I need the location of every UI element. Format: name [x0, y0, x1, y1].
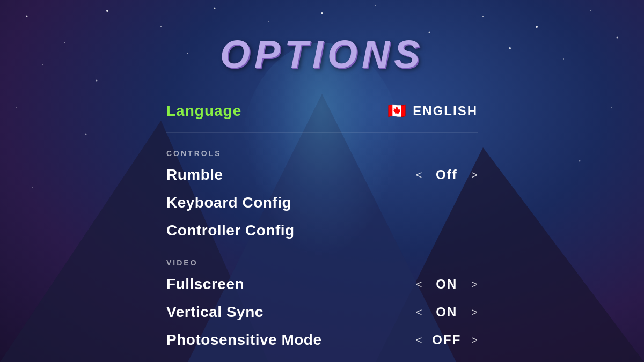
fullscreen-row[interactable]: Fullscreen < ON >	[166, 270, 478, 298]
keyboard-config-label: Keyboard Config	[166, 194, 291, 211]
rumble-right-arrow[interactable]: >	[471, 169, 478, 181]
language-row[interactable]: Language 🇨🇦 ENGLISH	[166, 98, 478, 133]
language-value[interactable]: 🇨🇦 ENGLISH	[387, 102, 478, 120]
rumble-row[interactable]: Rumble < Off >	[166, 161, 478, 189]
screen-shake-row[interactable]: Screen Shake Effects < ON >	[166, 354, 478, 362]
fullscreen-right-arrow[interactable]: >	[471, 278, 478, 291]
rumble-label: Rumble	[166, 166, 223, 183]
video-section: VIDEO Fullscreen < ON > Vertical Sync < …	[166, 253, 478, 362]
controller-config-row[interactable]: Controller Config	[166, 217, 478, 245]
rumble-value: Off	[430, 167, 463, 182]
photosensitive-control[interactable]: < OFF >	[416, 333, 478, 348]
rumble-control[interactable]: < Off >	[416, 167, 478, 182]
controls-section: CONTROLS Rumble < Off > Keyboard Config …	[166, 144, 478, 245]
vertical-sync-row[interactable]: Vertical Sync < ON >	[166, 298, 478, 326]
language-flag: 🇨🇦	[387, 102, 407, 120]
photosensitive-row[interactable]: Photosensitive Mode < OFF >	[166, 326, 478, 354]
rumble-left-arrow[interactable]: <	[416, 169, 422, 181]
vertical-sync-control[interactable]: < ON >	[416, 305, 478, 320]
fullscreen-control[interactable]: < ON >	[416, 277, 478, 292]
fullscreen-left-arrow[interactable]: <	[416, 278, 422, 291]
options-content: OPTIONS Language 🇨🇦 ENGLISH CONTROLS Rum…	[0, 0, 644, 362]
vsync-right-arrow[interactable]: >	[471, 306, 478, 319]
controls-section-header: CONTROLS	[166, 149, 478, 158]
vertical-sync-label: Vertical Sync	[166, 304, 264, 321]
photosensitive-value: OFF	[430, 333, 463, 348]
language-label: Language	[166, 102, 241, 120]
fullscreen-label: Fullscreen	[166, 276, 244, 293]
language-text: ENGLISH	[413, 104, 478, 119]
vsync-left-arrow[interactable]: <	[416, 306, 422, 319]
photosensitive-label: Photosensitive Mode	[166, 331, 322, 349]
options-panel: Language 🇨🇦 ENGLISH CONTROLS Rumble < Of…	[166, 98, 478, 362]
screen-shake-label: Screen Shake Effects	[166, 359, 325, 362]
page-title: OPTIONS	[220, 32, 424, 76]
video-section-header: VIDEO	[166, 258, 478, 267]
photosensitive-left-arrow[interactable]: <	[416, 334, 422, 346]
keyboard-config-row[interactable]: Keyboard Config	[166, 189, 478, 217]
section-gap	[166, 245, 478, 253]
photosensitive-right-arrow[interactable]: >	[471, 334, 478, 346]
fullscreen-value: ON	[430, 277, 463, 292]
vsync-value: ON	[430, 305, 463, 320]
controller-config-label: Controller Config	[166, 222, 295, 239]
